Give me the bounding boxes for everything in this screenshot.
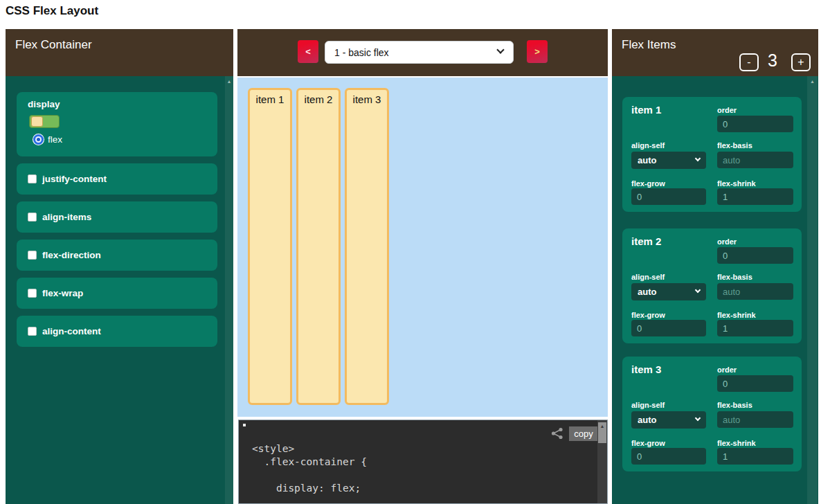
item-3-card: item 3 order align-self auto flex-basis …: [622, 357, 802, 471]
order-label: order: [717, 366, 737, 374]
scroll-up-icon[interactable]: ▲: [807, 79, 818, 84]
item-1-align-self-select[interactable]: auto: [631, 152, 706, 169]
flex-grow-label: flex-grow: [631, 311, 665, 319]
scroll-up-icon[interactable]: ▲: [225, 79, 233, 84]
flex-radio[interactable]: [33, 134, 44, 145]
item-3-align-self-select[interactable]: auto: [631, 411, 706, 429]
flex-direction-label: flex-direction: [42, 250, 101, 260]
item-2-order-input[interactable]: [717, 247, 793, 264]
flex-basis-label: flex-basis: [717, 401, 752, 409]
item-3-name: item 3: [631, 363, 661, 375]
item-1-align-self-wrap: auto: [631, 152, 706, 169]
flex-items-panel: Flex Items - 3 + ▲ item 1 order align-se…: [612, 29, 818, 504]
flex-shrink-label: flex-shrink: [717, 179, 756, 188]
flex-container-panel: Flex Container ▲ display flex justify-co…: [6, 29, 233, 504]
add-item-button[interactable]: +: [791, 53, 811, 71]
item-2-flex-shrink-input[interactable]: [717, 320, 793, 336]
property-card-align-content: align-content: [17, 316, 217, 347]
property-card-justify-content: justify-content: [17, 163, 217, 195]
item-2-name: item 2: [631, 235, 661, 247]
radio-ring-icon: [35, 136, 42, 143]
flex-items-title: Flex Items: [622, 38, 676, 52]
item-2-flex-basis-input[interactable]: [717, 283, 793, 300]
radio-dot-icon: [37, 138, 40, 141]
code-bullet-icon: [243, 424, 246, 426]
flex-item-3: item 3: [345, 88, 389, 405]
align-content-checkbox[interactable]: [28, 327, 37, 336]
display-label: display: [28, 99, 60, 109]
flex-wrap-checkbox[interactable]: [28, 289, 37, 298]
item-1-name: item 1: [631, 104, 661, 116]
flex-basis-label: flex-basis: [717, 273, 752, 281]
align-self-label: align-self: [631, 141, 665, 150]
property-card-flex-wrap: flex-wrap: [17, 278, 217, 309]
flex-item-2: item 2: [296, 88, 341, 405]
align-items-label: align-items: [42, 212, 91, 222]
flex-preview-stage: item 1 item 2 item 3: [237, 78, 608, 417]
flex-radio-label: flex: [48, 134, 62, 145]
item-1-flex-basis-input[interactable]: [717, 152, 793, 168]
item-3-flex-shrink-input[interactable]: [717, 448, 793, 465]
item-3-flex-grow-input[interactable]: [631, 448, 706, 465]
page-title: CSS Flex Layout: [6, 4, 98, 18]
align-content-label: align-content: [42, 326, 101, 336]
item-2-align-self-select[interactable]: auto: [631, 283, 706, 300]
copy-button[interactable]: copy: [569, 426, 598, 441]
item-1-flex-shrink-input[interactable]: [717, 188, 793, 205]
generated-css-code: <style> .flex-container { display: flex;: [252, 442, 367, 495]
app-root: CSS Flex Layout Flex Container ▲ display…: [0, 0, 830, 504]
code-scrollbar-thumb[interactable]: ▲: [598, 422, 606, 443]
toggle-knob-icon[interactable]: [31, 116, 43, 127]
flex-item-1: item 1: [248, 88, 292, 405]
code-panel: copy ▲ <style> .flex-container { display…: [238, 420, 608, 504]
item-3-align-self-wrap: auto: [631, 411, 706, 429]
code-scrollbar[interactable]: ▲: [597, 420, 607, 503]
right-panel-scrollbar[interactable]: ▲: [807, 76, 818, 504]
item-1-flex-grow-input[interactable]: [631, 188, 706, 205]
example-select[interactable]: 1 - basic flex: [325, 41, 514, 64]
display-toggle[interactable]: [29, 115, 60, 128]
flex-direction-checkbox[interactable]: [28, 251, 37, 260]
next-example-button[interactable]: >: [527, 40, 548, 63]
justify-content-checkbox[interactable]: [28, 174, 37, 183]
flex-container-title: Flex Container: [15, 38, 92, 52]
item-2-flex-grow-input[interactable]: [631, 320, 706, 336]
item-2-card: item 2 order align-self auto flex-basis …: [622, 228, 802, 343]
item-3-order-input[interactable]: [717, 375, 793, 392]
flex-container-header: Flex Container: [6, 29, 233, 76]
example-select-wrap: 1 - basic flex: [325, 41, 514, 64]
scroll-up-icon[interactable]: ▲: [598, 424, 606, 429]
example-selector-bar: < 1 - basic flex >: [237, 29, 608, 76]
item-1-order-input[interactable]: [717, 116, 793, 132]
order-label: order: [717, 237, 737, 246]
flex-items-header: Flex Items - 3 +: [612, 29, 818, 76]
display-card: display flex: [17, 92, 217, 156]
property-card-flex-direction: flex-direction: [17, 240, 217, 271]
left-panel-scrollbar[interactable]: ▲: [225, 76, 233, 504]
flex-grow-label: flex-grow: [631, 439, 665, 447]
item-1-card: item 1 order align-self auto flex-basis …: [622, 97, 802, 212]
align-items-checkbox[interactable]: [28, 213, 37, 222]
previous-example-button[interactable]: <: [298, 40, 318, 63]
item-3-flex-basis-input[interactable]: [717, 411, 793, 428]
order-label: order: [717, 106, 737, 114]
flex-shrink-label: flex-shrink: [717, 311, 756, 319]
share-icon[interactable]: [551, 427, 563, 440]
align-self-label: align-self: [631, 273, 665, 281]
justify-content-label: justify-content: [42, 174, 107, 184]
display-flex-radio-row: flex: [33, 134, 62, 145]
flex-basis-label: flex-basis: [717, 141, 752, 150]
property-card-align-items: align-items: [17, 201, 217, 233]
flex-wrap-label: flex-wrap: [42, 288, 83, 298]
flex-shrink-label: flex-shrink: [717, 439, 756, 447]
item-2-align-self-wrap: auto: [631, 283, 706, 300]
remove-item-button[interactable]: -: [739, 53, 759, 71]
item-count: 3: [759, 51, 786, 71]
flex-grow-label: flex-grow: [631, 179, 665, 188]
align-self-label: align-self: [631, 401, 665, 409]
